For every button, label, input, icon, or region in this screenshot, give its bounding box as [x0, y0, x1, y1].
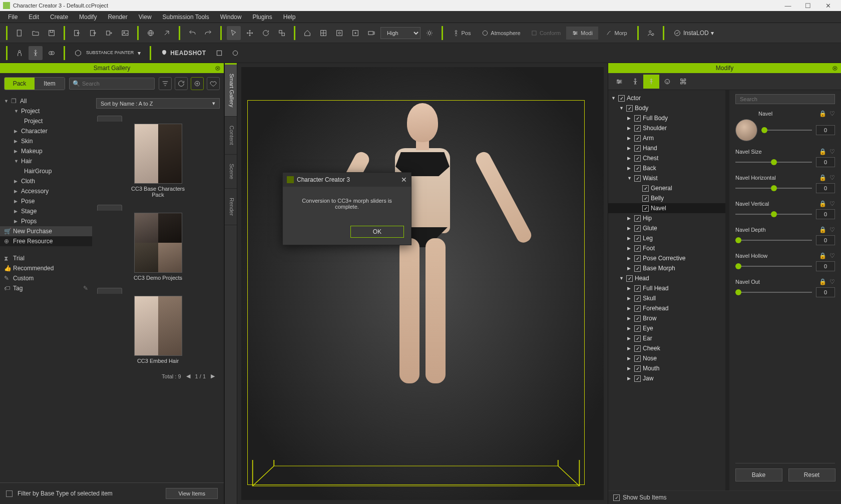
- redo-icon[interactable]: [201, 26, 215, 40]
- tree-cloth[interactable]: ▶Cloth: [0, 176, 92, 186]
- refresh-icon[interactable]: [175, 77, 188, 90]
- modify-tree-item[interactable]: ▶✓Mouth: [608, 363, 725, 373]
- modify-tree-item[interactable]: ▼✓Body: [608, 103, 725, 113]
- modify-tree-item[interactable]: ✓Navel: [608, 203, 725, 213]
- tree-hairgroup[interactable]: HairGroup: [0, 166, 92, 176]
- modify-tree-item[interactable]: ▶✓Forehead: [608, 303, 725, 313]
- dialog-ok-button[interactable]: OK: [350, 226, 404, 238]
- tree-custom[interactable]: ✎Custom: [0, 273, 92, 283]
- slider-track[interactable]: [761, 130, 812, 131]
- vtab-content[interactable]: Content: [225, 117, 237, 155]
- actor-icon[interactable]: [13, 46, 27, 60]
- menu-create[interactable]: Create: [45, 12, 73, 22]
- maximize-button[interactable]: ☐: [798, 2, 818, 10]
- smart-gallery-close-icon[interactable]: ⊗: [215, 64, 221, 72]
- gallery-search-input[interactable]: [82, 81, 151, 87]
- menu-view[interactable]: View: [134, 12, 157, 22]
- 3d-viewport[interactable]: Character Creator 3 ✕ Conversion to CC3+…: [241, 67, 604, 500]
- modify-tree-scrollbar[interactable]: [725, 90, 729, 490]
- lock-icon[interactable]: 🔒: [819, 200, 826, 207]
- modify-search-input[interactable]: [735, 94, 835, 104]
- modify-tree-item[interactable]: ▶✓Brow: [608, 313, 725, 323]
- tree-trial[interactable]: ⧗Trial: [0, 253, 92, 263]
- tree-tag[interactable]: 🏷Tag✎: [0, 283, 92, 293]
- slider-track[interactable]: [735, 214, 812, 215]
- lock-icon[interactable]: 🔒: [819, 252, 826, 259]
- prev-page-icon[interactable]: ◀: [186, 373, 190, 379]
- sort-dropdown[interactable]: Sort by Name : A to Z▾: [96, 98, 220, 109]
- modify-tree-item[interactable]: ✓General: [608, 183, 725, 193]
- tree-project-child[interactable]: Project: [0, 116, 92, 126]
- tab-pack[interactable]: Pack: [5, 78, 35, 90]
- headshot-opt1-icon[interactable]: [212, 46, 226, 60]
- tab-item[interactable]: Item: [35, 78, 65, 90]
- morph-button[interactable]: Morp: [600, 27, 632, 40]
- conform-button[interactable]: Conform: [527, 27, 564, 40]
- modify-tree-item[interactable]: ▶✓Base Morph: [608, 263, 725, 273]
- menu-help[interactable]: Help: [278, 12, 301, 22]
- modify-tree-item[interactable]: ▶✓Pose Corrective: [608, 253, 725, 263]
- send-icon[interactable]: [102, 26, 116, 40]
- modify-tree-item[interactable]: ▼✓Head: [608, 273, 725, 283]
- pose-icon[interactable]: [29, 46, 43, 60]
- modify-button[interactable]: Modi: [566, 27, 598, 40]
- tree-props[interactable]: ▶Props: [0, 216, 92, 226]
- new-file-icon[interactable]: [13, 26, 27, 40]
- frame-selected-icon[interactable]: [332, 26, 346, 40]
- collision-icon[interactable]: [45, 46, 59, 60]
- mod-tab-sliders-icon[interactable]: [611, 75, 627, 89]
- modify-tree-item[interactable]: ▶✓Shoulder: [608, 123, 725, 133]
- slider-track[interactable]: [735, 162, 812, 163]
- slider-value[interactable]: 0: [816, 157, 835, 167]
- modify-tree-item[interactable]: ▶✓Ear: [608, 333, 725, 343]
- headshot-opt2-icon[interactable]: [228, 46, 242, 60]
- quality-select[interactable]: High: [380, 27, 420, 39]
- import-icon[interactable]: [70, 26, 84, 40]
- substance-painter-button[interactable]: SUBSTANCE PAINTER ▾: [70, 49, 145, 57]
- tree-hair[interactable]: ▼Hair: [0, 156, 92, 166]
- move-tool-icon[interactable]: [243, 26, 257, 40]
- vtab-scene[interactable]: Scene: [225, 155, 237, 189]
- slider-value[interactable]: 0: [816, 209, 835, 219]
- slider-value[interactable]: 0: [816, 183, 835, 193]
- modify-tree-item[interactable]: ▶✓Arm: [608, 133, 725, 143]
- menu-file[interactable]: File: [3, 12, 23, 22]
- tree-recommended[interactable]: 👍Recommended: [0, 263, 92, 273]
- heart-icon[interactable]: ♡: [829, 110, 835, 117]
- frame-all-icon[interactable]: [316, 26, 330, 40]
- tree-makeup[interactable]: ▶Makeup: [0, 146, 92, 156]
- view-items-button[interactable]: View Items: [166, 488, 218, 499]
- tree-project[interactable]: ▼Project: [0, 106, 92, 116]
- pos-button[interactable]: Pos: [448, 27, 475, 40]
- mod-tab-morph-icon[interactable]: [643, 75, 659, 89]
- image-icon[interactable]: [118, 26, 132, 40]
- modify-tree-item[interactable]: ▶✓Cheek: [608, 343, 725, 353]
- heart-icon[interactable]: ♡: [829, 252, 835, 259]
- lock-icon[interactable]: 🔒: [819, 226, 826, 233]
- modify-tree-item[interactable]: ▶✓Full Head: [608, 283, 725, 293]
- modify-tree-item[interactable]: ▶✓Eye: [608, 323, 725, 333]
- bake-button[interactable]: Bake: [735, 468, 782, 481]
- gallery-item[interactable]: CC3 Base Characters Pack: [96, 116, 220, 198]
- slider-value[interactable]: 0: [816, 261, 835, 271]
- modify-tree-item[interactable]: ▶✓Nose: [608, 353, 725, 363]
- add-frame-icon[interactable]: [348, 26, 362, 40]
- export-icon[interactable]: [86, 26, 100, 40]
- gallery-item[interactable]: CC3 Demo Projects: [96, 205, 220, 281]
- user-settings-icon[interactable]: [644, 26, 658, 40]
- slider-value[interactable]: 0: [816, 125, 835, 135]
- modify-tree-item[interactable]: ▼✓Waist: [608, 173, 725, 183]
- slider-value[interactable]: 0: [816, 235, 835, 245]
- filter-icon[interactable]: [159, 77, 172, 90]
- home-icon[interactable]: [300, 26, 314, 40]
- modify-tree-item[interactable]: ▶✓Jaw: [608, 373, 725, 383]
- rotate-tool-icon[interactable]: [259, 26, 273, 40]
- headshot-button[interactable]: HEADSHOT: [156, 49, 210, 57]
- show-sub-checkbox[interactable]: ✓: [613, 494, 620, 501]
- slider-track[interactable]: [735, 292, 812, 293]
- globe-icon[interactable]: [144, 26, 158, 40]
- slider-track[interactable]: [735, 240, 812, 241]
- slider-track[interactable]: [735, 266, 812, 267]
- camera-icon[interactable]: [364, 26, 378, 40]
- vtab-render[interactable]: Render: [225, 189, 237, 225]
